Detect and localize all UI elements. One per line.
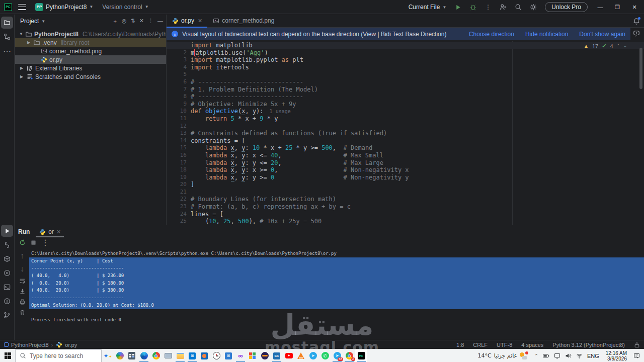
search-everywhere-icon[interactable] — [512, 2, 525, 13]
run-tool-icon[interactable] — [1, 225, 13, 237]
weather-widget[interactable]: 14°C غائم جزئيا — [475, 352, 531, 359]
python-console-tool-icon[interactable] — [1, 239, 13, 251]
tree-item--venv[interactable]: ▶.venvlibrary root — [15, 38, 166, 47]
taskbar-app-store-icon[interactable]: ⊞ — [186, 349, 198, 362]
clear-console-icon[interactable] — [19, 309, 26, 316]
more-actions-icon[interactable]: ⋮ — [481, 2, 495, 13]
chevron-icon[interactable]: ▶ — [19, 74, 24, 79]
project-widget-button[interactable]: PP PythonProject8 ▼ — [32, 2, 96, 13]
taskbar-app-sparkle-icon[interactable]: ✦✦ — [102, 349, 114, 362]
taskbar-app-display-icon[interactable] — [162, 349, 174, 362]
file-encoding[interactable]: UTF-8 — [497, 342, 512, 348]
taskbar-app-outlook-icon[interactable] — [198, 349, 210, 362]
run-options-icon[interactable]: ⋮ — [41, 238, 49, 247]
breadcrumb-file[interactable]: or.py — [65, 342, 77, 348]
project-tool-icon[interactable] — [1, 17, 13, 29]
window-maximize-button[interactable]: ❐ — [610, 0, 625, 14]
taskbar-app-telegram-icon[interactable]: ➤ — [307, 349, 319, 362]
chevron-icon[interactable]: ▶ — [19, 66, 24, 70]
taskbar-app-youtube-icon[interactable] — [283, 349, 295, 362]
panel-options-icon[interactable]: ⋮ — [148, 18, 153, 25]
breadcrumb-project[interactable]: PythonProject8 — [11, 342, 49, 348]
ai-assistant-icon[interactable] — [633, 30, 640, 37]
tree-item-scratches-and-consoles[interactable]: ▶Scratches and Consoles — [15, 72, 166, 81]
close-icon[interactable]: ✕ — [198, 18, 202, 24]
action-center-icon[interactable] — [633, 352, 640, 359]
version-control-tool-icon[interactable] — [1, 309, 13, 321]
locate-file-icon[interactable]: ◎ — [122, 18, 127, 25]
hide-notification-link[interactable]: Hide notification — [525, 31, 568, 38]
terminal-tool-icon[interactable] — [1, 281, 13, 293]
indent-size[interactable]: 4 spaces — [521, 342, 543, 348]
expand-collapse-icon[interactable]: ⇅ — [131, 18, 135, 25]
caret-position[interactable]: 1:8 — [456, 342, 464, 348]
volume-icon[interactable] — [565, 352, 572, 359]
settings-gear-icon[interactable] — [527, 2, 540, 13]
taskbar-app-pycharm-icon[interactable]: PC — [355, 349, 367, 362]
tab-corner-method-png[interactable]: corner_method.png — [207, 14, 279, 27]
taskbar-search-input[interactable]: Type here to search — [15, 349, 102, 362]
network-icon[interactable] — [576, 352, 583, 359]
taskbar-app-windows-app-icon[interactable]: ⊞ — [222, 349, 234, 362]
taskbar-app-3ds-icon[interactable]: 3ds — [271, 349, 283, 362]
python-packages-tool-icon[interactable] — [1, 253, 13, 265]
tree-item-or-py[interactable]: or.py — [15, 55, 166, 64]
taskbar-app-clock-icon[interactable] — [210, 349, 222, 362]
taskbar-app-telegram-badge-icon[interactable]: ➤58 — [331, 349, 343, 362]
vcs-widget-button[interactable]: Version control ▼ — [99, 2, 151, 12]
down-stack-icon[interactable]: ↓ — [20, 264, 24, 274]
lock-open-icon[interactable] — [634, 342, 640, 348]
choose-direction-link[interactable]: Choose direction — [469, 31, 514, 38]
next-problem-icon[interactable]: ⌄ — [623, 44, 627, 48]
taskbar-app-eclipse-icon[interactable] — [259, 349, 271, 362]
tree-item-corner-method-png[interactable]: corner_method.png — [15, 47, 166, 55]
hidden-icons-chevron[interactable]: ⌃ — [534, 353, 538, 358]
add-icon[interactable]: ＋ — [112, 18, 118, 25]
run-tab-or[interactable]: or ✕ — [35, 228, 65, 237]
code-editor[interactable]: 1234567891011121314151617181920212223242… — [167, 41, 644, 225]
taskbar-app-edge-icon[interactable] — [138, 349, 150, 362]
console-output[interactable]: C:\Users\c.city\Downloads\PythonProject8… — [29, 247, 644, 340]
start-button[interactable] — [0, 349, 15, 362]
unlock-pro-button[interactable]: Unlock Pro — [545, 2, 588, 12]
chevron-icon[interactable]: ▶ — [26, 40, 31, 45]
problems-tool-icon[interactable] — [1, 295, 13, 307]
structure-tool-icon[interactable] — [1, 31, 13, 43]
taskbar-app-colorful-grid-icon[interactable] — [247, 349, 259, 362]
tab-or-py[interactable]: or.py ✕ — [167, 14, 207, 27]
window-close-button[interactable]: ✕ — [627, 0, 642, 14]
editor-scrollbar[interactable] — [639, 48, 642, 89]
run-button[interactable] — [451, 2, 464, 13]
taskbar-app-chrome-icon[interactable] — [150, 349, 162, 362]
project-panel-title[interactable]: Project — [20, 18, 39, 25]
clock-widget[interactable]: 12:16 AM 3/9/2026 — [604, 350, 629, 361]
notifications-bell-icon[interactable] — [633, 18, 640, 25]
python-interpreter[interactable]: Python 3.12 (PythonProject8) — [552, 342, 625, 348]
run-panel-title[interactable]: Run — [18, 228, 35, 237]
chevron-icon[interactable]: ▼ — [19, 32, 23, 36]
taskbar-app-vlc-icon[interactable] — [295, 349, 307, 362]
taskbar-app-whatsapp-icon[interactable]: ✆ — [319, 349, 331, 362]
line-separator[interactable]: CRLF — [473, 342, 488, 348]
display-tray-icon[interactable] — [554, 352, 560, 359]
collapse-all-icon[interactable]: ✕ — [139, 18, 144, 25]
prev-problem-icon[interactable]: ⌃ — [617, 44, 620, 48]
taskbar-app-copilot-icon[interactable] — [114, 349, 126, 362]
taskbar-app-calculator-icon[interactable] — [126, 349, 138, 362]
taskbar-app-explorer-icon[interactable] — [174, 349, 186, 362]
close-icon[interactable]: ✕ — [56, 229, 61, 235]
print-icon[interactable] — [19, 299, 26, 305]
rerun-icon[interactable] — [19, 239, 26, 246]
inspections-widget[interactable]: ▲ 17 ✔ 4 ⌃ ⌄ — [584, 43, 627, 49]
more-tools-icon[interactable]: ⋯ — [1, 45, 13, 57]
tree-item-pythonproject8[interactable]: ▼PythonProject8C:\Users\c.city\Downloads… — [15, 30, 166, 38]
taskbar-app-visual-studio-icon[interactable]: ∞ — [234, 349, 247, 362]
debug-button[interactable] — [466, 2, 479, 13]
language-indicator[interactable]: ENG — [587, 353, 599, 359]
scroll-to-end-icon[interactable] — [19, 288, 26, 295]
services-tool-icon[interactable] — [1, 267, 13, 279]
tree-item-external-libraries[interactable]: ▶External Libraries — [15, 64, 166, 72]
run-config-selector[interactable]: Current File ▼ — [406, 2, 450, 12]
taskbar-app-chrome-profile-icon[interactable]: A — [343, 349, 355, 362]
window-minimize-button[interactable]: — — [593, 0, 608, 14]
